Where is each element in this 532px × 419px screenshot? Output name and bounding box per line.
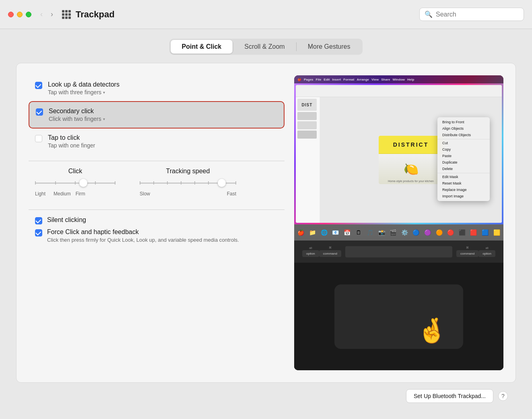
setting-title-tap-click: Tap to click xyxy=(48,134,95,141)
click-slider-line xyxy=(35,183,115,184)
click-slider-label: Click xyxy=(35,168,115,175)
tab-point-click[interactable]: Point & Click xyxy=(171,40,233,54)
minimize-button[interactable] xyxy=(17,12,23,17)
force-click-item: Force Click and haptic feedback Click th… xyxy=(35,228,278,244)
setting-item-lookup: Look up & data detectors Tap with three … xyxy=(29,75,285,101)
tick xyxy=(208,181,209,185)
menubar-help: Help xyxy=(407,78,414,81)
apps-grid-icon[interactable] xyxy=(62,10,71,19)
key-cmd-right: ⌘ command xyxy=(456,246,478,257)
menubar-file: File xyxy=(316,78,322,81)
click-slider-ticks xyxy=(35,183,115,184)
tracking-slider-line xyxy=(140,183,236,184)
tick xyxy=(235,181,236,185)
ctx-paste[interactable]: Paste xyxy=(437,153,490,159)
checkbox-tap-click[interactable] xyxy=(35,135,42,142)
settings-panel: Look up & data detectors Tap with three … xyxy=(16,63,516,383)
ctx-distribute[interactable]: Distribute Objects xyxy=(437,132,490,138)
tracking-slider-labels: Slow Fast xyxy=(140,191,236,197)
fingers-visual: 🤞 xyxy=(417,316,447,345)
forward-button[interactable]: › xyxy=(48,8,56,20)
app-canvas: DISTRICT 🍋 Home-style products for your … xyxy=(320,97,502,223)
fake-trackpad-area: 🤞 xyxy=(294,263,503,370)
tick xyxy=(181,181,181,185)
setting-text-secondary-click: Secondary click Click with two fingers ▾ xyxy=(49,108,105,122)
setup-bluetooth-button[interactable]: Set Up Bluetooth Trackpad... xyxy=(406,389,493,403)
dock-icon-15: 🟥 xyxy=(468,227,479,238)
bottom-bar: Set Up Bluetooth Trackpad... ? xyxy=(16,383,516,409)
search-bar[interactable]: 🔍 xyxy=(419,8,524,21)
tick xyxy=(167,181,168,185)
titlebar: ‹ › Trackpad 🔍 xyxy=(0,0,532,29)
silent-clicking-text: Silent clicking xyxy=(47,216,86,224)
tick xyxy=(35,181,36,185)
ctx-bring-front[interactable]: Bring to Front xyxy=(437,119,490,125)
canvas-sub: Home-style products for your kitchen xyxy=(388,180,434,183)
dock-icon-12: 🟠 xyxy=(434,227,444,238)
setting-text-tap-click: Tap to click Tap with one finger xyxy=(48,134,95,149)
sliders-section: Click xyxy=(29,168,285,197)
setting-subtitle-lookup[interactable]: Tap with three fingers ▾ xyxy=(48,89,120,95)
tracking-slider-group: Tracking speed xyxy=(140,168,236,197)
canvas-title: DISTRICT xyxy=(393,141,429,148)
settings-left: Look up & data detectors Tap with three … xyxy=(29,75,285,370)
fake-dock: 🍎 📁 🌐 📧 📅 🗒 🎵 📸 🎬 ⚙️ 🔵 🟣 🟠 🔴 ⬛ 🟥 xyxy=(294,224,503,241)
maximize-button[interactable] xyxy=(26,12,31,17)
ctx-cut[interactable]: Cut xyxy=(437,139,490,146)
tick xyxy=(194,181,195,185)
ctx-import[interactable]: Import Image xyxy=(437,193,490,199)
tracking-slider-thumb[interactable] xyxy=(218,179,226,187)
tick xyxy=(75,181,76,185)
search-icon: 🔍 xyxy=(425,10,433,18)
checkbox-lookup[interactable] xyxy=(35,82,42,89)
dock-icon-4: 📅 xyxy=(342,227,352,238)
tab-more-gestures[interactable]: More Gestures xyxy=(297,40,362,54)
setting-subtitle-secondary-click[interactable]: Click with two fingers ▾ xyxy=(49,116,105,122)
key-alt-left: alt option xyxy=(302,247,319,257)
silent-clicking-title: Silent clicking xyxy=(47,216,86,223)
back-button[interactable]: ‹ xyxy=(38,8,45,20)
setting-text-lookup: Look up & data detectors Tap with three … xyxy=(48,81,120,95)
fake-menubar: 🍎 Pages File Edit Insert Format Arrange … xyxy=(294,75,503,83)
ctx-replace-image[interactable]: Replace Image xyxy=(437,187,490,193)
silent-clicking-item: Silent clicking xyxy=(35,216,278,224)
checkbox-secondary-click[interactable] xyxy=(36,108,43,116)
tracking-slider-track[interactable] xyxy=(140,179,236,187)
ctx-copy[interactable]: Copy xyxy=(437,146,490,153)
menubar-format: Format xyxy=(343,78,354,81)
tab-scroll-zoom[interactable]: Scroll & Zoom xyxy=(233,40,296,54)
close-button[interactable] xyxy=(8,12,14,17)
dock-icon-16: 🟦 xyxy=(480,227,491,238)
dock-icon-10: 🔵 xyxy=(411,227,421,238)
separator-1 xyxy=(29,161,285,161)
tick xyxy=(115,181,115,185)
traffic-lights xyxy=(8,12,31,17)
ctx-edit-mask[interactable]: Edit Mask xyxy=(437,173,490,180)
search-input[interactable] xyxy=(436,11,519,18)
settings-preview: 🍎 Pages File Edit Insert Format Arrange … xyxy=(294,75,503,370)
dock-icon-1: 📁 xyxy=(307,227,318,238)
force-click-description: Click then press firmly for Quick Look, … xyxy=(47,236,239,244)
ctx-reset-mask[interactable]: Reset Mask xyxy=(437,180,490,187)
menubar-pages: Pages xyxy=(304,78,313,81)
dock-icon-finder: 🍎 xyxy=(296,227,306,238)
preview-image: 🍎 Pages File Edit Insert Format Arrange … xyxy=(294,75,503,370)
main-content: Point & Click Scroll & Zoom More Gesture… xyxy=(0,29,532,419)
checkbox-force-click[interactable] xyxy=(35,229,42,236)
click-slider-group: Click xyxy=(35,168,115,197)
dock-icon-3: 📧 xyxy=(330,227,341,238)
canvas-content: DISTRICT 🍋 Home-style products for your … xyxy=(379,136,443,184)
click-slider-track[interactable] xyxy=(35,179,115,187)
ctx-delete[interactable]: Delete xyxy=(437,166,490,172)
menubar-window: Window xyxy=(392,78,405,81)
checkbox-silent-clicking[interactable] xyxy=(35,217,42,224)
fake-keyboard: alt option ⌘ command ⌘ command alt opti xyxy=(294,241,503,263)
help-button[interactable]: ? xyxy=(498,391,508,401)
tracking-slider-label: Tracking speed xyxy=(140,168,236,175)
menubar-apple: 🍎 xyxy=(297,78,301,81)
ctx-align[interactable]: Align Objects xyxy=(437,125,490,132)
click-slider-thumb[interactable] xyxy=(79,179,87,187)
ctx-duplicate[interactable]: Duplicate xyxy=(437,159,490,166)
menubar-view: View xyxy=(371,78,379,81)
spacebar xyxy=(345,246,452,257)
